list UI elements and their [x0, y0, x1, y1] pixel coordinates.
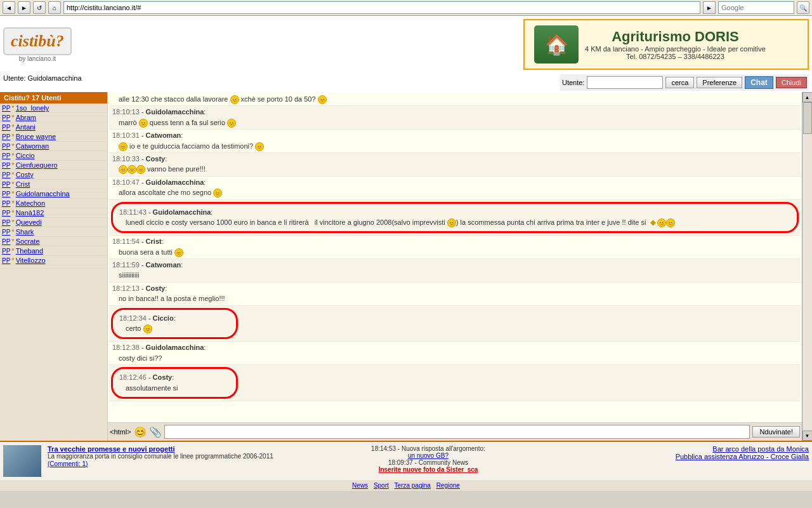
message-text: no in banca!! a la posta è meglio!!!: [112, 294, 797, 304]
sidebar-item-cienfuequero[interactable]: PP * Cienfuequero: [0, 161, 107, 170]
logo-byline: by lanciano.it: [3, 55, 72, 62]
message-row: alle 12:30 che stacco dalla lavorare 😊 x…: [109, 93, 801, 106]
footer-link1[interactable]: Bar arco della posta da Monica: [560, 445, 809, 453]
update-line4[interactable]: Inserite nuove foto da Sister_sca: [303, 466, 553, 473]
star-icon: *: [11, 228, 14, 236]
nav-link-terzapagina[interactable]: Terza pagina: [395, 482, 431, 489]
submit-button[interactable]: Nduvinate!: [752, 426, 800, 438]
pp-btn[interactable]: PP: [2, 248, 10, 255]
message-user: Guidolamacchina: [146, 344, 204, 351]
username-theband[interactable]: Theband: [16, 247, 43, 255]
sidebar-item-abram[interactable]: PP * Abram: [0, 113, 107, 123]
username-socrate[interactable]: Socrate: [16, 237, 40, 245]
pp-btn[interactable]: PP: [2, 114, 10, 121]
sidebar-item-socrate[interactable]: PP * Socrate: [0, 237, 107, 246]
message-header: 18:11:54 - Crist:: [112, 237, 797, 246]
sidebar-item-costy[interactable]: PP * Costy: [0, 170, 107, 180]
nav-link-regione[interactable]: Regione: [436, 482, 460, 489]
username-antani[interactable]: Antani: [16, 123, 36, 131]
news-title[interactable]: Tra vecchie promesse e nuovi progetti: [48, 445, 297, 453]
username-shark[interactable]: Shark: [16, 228, 34, 236]
go-button[interactable]: ►: [703, 1, 716, 14]
star-icon: *: [11, 180, 14, 188]
sidebar-item-ciccio[interactable]: PP * Ciccio: [0, 151, 107, 161]
cerca-button[interactable]: cerca: [665, 77, 694, 88]
nav-link-news[interactable]: News: [352, 482, 368, 489]
message-text: 😊😊😊 vanno bene pure!!!: [112, 164, 797, 174]
forward-button[interactable]: ►: [18, 1, 30, 14]
sidebar-item-shark[interactable]: PP * Shark: [0, 227, 107, 237]
username-guidolamacchina[interactable]: Guidolamacchina: [16, 190, 70, 197]
back-button[interactable]: ◄: [3, 1, 15, 14]
pp-btn[interactable]: PP: [2, 181, 10, 188]
update-link[interactable]: un nuovo GB?: [303, 452, 553, 459]
username-1solonely[interactable]: 1so_lonely: [16, 104, 49, 112]
sidebar: Cistitu? 17 Utenti PP * 1so_lonely PP * …: [0, 92, 108, 441]
pp-btn[interactable]: PP: [2, 124, 10, 131]
smiley-icon: 😊: [128, 165, 136, 174]
smiley-picker-icon[interactable]: 😊: [134, 426, 147, 438]
pp-btn[interactable]: PP: [2, 190, 10, 197]
scroll-down-button[interactable]: ▼: [802, 431, 813, 441]
sidebar-item-nana182[interactable]: PP * Nanà182: [0, 208, 107, 218]
home-button[interactable]: ⌂: [48, 1, 61, 14]
sidebar-item-1solonely[interactable]: PP * 1so_lonely: [0, 104, 107, 113]
username-abram[interactable]: Abram: [16, 114, 36, 121]
username-katechon[interactable]: Katechon: [16, 199, 45, 207]
username-catwoman[interactable]: Catwoman: [16, 142, 49, 150]
username-costy[interactable]: Costy: [16, 171, 34, 178]
pp-btn[interactable]: PP: [2, 152, 10, 159]
pp-btn[interactable]: PP: [2, 210, 10, 217]
ad-banner: 🏠 Agriturismo DORIS 4 KM da lanciano - A…: [523, 19, 809, 70]
search-input[interactable]: [718, 1, 794, 14]
pp-btn[interactable]: PP: [2, 200, 10, 207]
username-cienfuequero[interactable]: Cienfuequero: [16, 161, 58, 169]
pp-btn[interactable]: PP: [2, 162, 10, 169]
username-brucewayne[interactable]: Bruce wayne: [16, 133, 56, 140]
username-ciccio[interactable]: Ciccio: [16, 152, 35, 159]
pp-btn[interactable]: PP: [2, 229, 10, 236]
message-header: 18:10:31 - Catwoman:: [112, 131, 797, 140]
pp-btn[interactable]: PP: [2, 143, 10, 150]
pp-btn[interactable]: PP: [2, 219, 10, 226]
preferenze-button[interactable]: Preferenze: [697, 77, 742, 88]
pp-btn[interactable]: PP: [2, 133, 10, 140]
username-vitellozzo[interactable]: Vitellozzo: [16, 257, 46, 264]
insert-icon[interactable]: 📎: [149, 426, 162, 438]
chat-button[interactable]: Chat: [745, 76, 773, 89]
pp-btn[interactable]: PP: [2, 257, 10, 264]
sidebar-item-guidolamacchina[interactable]: PP * Guidolamacchina: [0, 189, 107, 199]
scroll-up-button[interactable]: ▲: [802, 92, 813, 102]
smiley-icon: 😊: [318, 95, 327, 104]
sidebar-item-quevedi[interactable]: PP * Quevedi: [0, 218, 107, 227]
sidebar-item-vitellozzo[interactable]: PP * Vitellozzo: [0, 256, 107, 265]
news-comments-link[interactable]: (Commenti: 1): [48, 460, 88, 467]
page-wrapper: cistibù? by lanciano.it 🏠 Agriturismo DO…: [0, 16, 812, 491]
sidebar-item-brucewayne[interactable]: PP * Bruce wayne: [0, 132, 107, 142]
user-field[interactable]: [587, 76, 663, 89]
search-go-button[interactable]: 🔍: [797, 1, 809, 14]
nav-link-sport[interactable]: Sport: [374, 482, 389, 489]
chat-scrollbar[interactable]: ▲ ▼: [802, 92, 812, 441]
sidebar-item-katechon[interactable]: PP * Katechon: [0, 199, 107, 208]
message-time: 18:12:34: [119, 314, 147, 322]
message-time: 18:12:13: [112, 284, 140, 292]
username-quevedi[interactable]: Quevedi: [16, 218, 42, 226]
refresh-button[interactable]: ↺: [33, 1, 46, 14]
sidebar-item-crist[interactable]: PP * Crist: [0, 180, 107, 189]
sidebar-item-antani[interactable]: PP * Antani: [0, 123, 107, 132]
username-crist[interactable]: Crist: [16, 180, 30, 188]
sidebar-item-catwoman[interactable]: PP * Catwoman: [0, 142, 107, 151]
username-nana182[interactable]: Nanà182: [16, 209, 44, 217]
footer-link2[interactable]: Pubblica assistenza Abruzzo - Croce Gial…: [560, 453, 809, 460]
star-icon: *: [11, 218, 14, 226]
chat-text-input[interactable]: [164, 425, 750, 439]
chiudi-button[interactable]: Chiudi: [776, 77, 807, 88]
pp-btn[interactable]: PP: [2, 105, 10, 112]
address-bar[interactable]: [63, 1, 700, 14]
pp-btn[interactable]: PP: [2, 171, 10, 178]
sidebar-item-theband[interactable]: PP * Theband: [0, 246, 107, 256]
message-user: Catwoman: [146, 131, 181, 139]
pp-btn[interactable]: PP: [2, 238, 10, 245]
scroll-thumb[interactable]: [803, 102, 812, 134]
